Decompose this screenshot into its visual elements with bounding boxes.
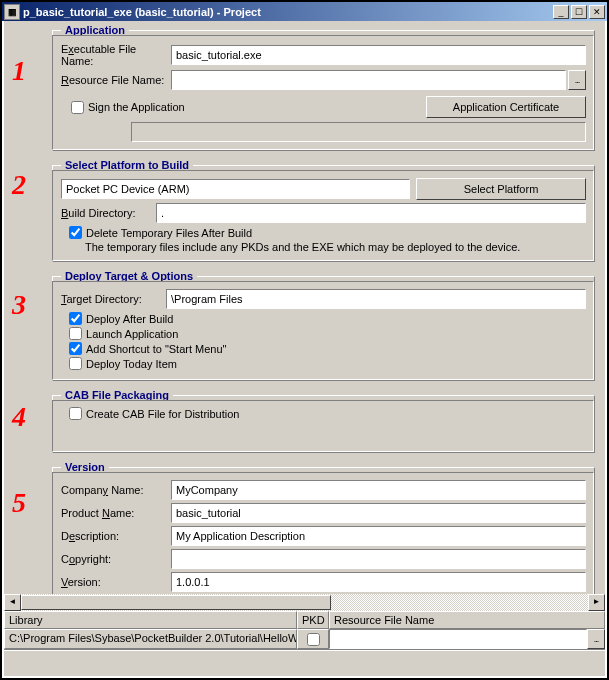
deploy-today-label: Deploy Today Item [86,358,177,370]
platform-input[interactable] [61,179,410,199]
scroll-right-arrow[interactable]: ► [588,594,605,611]
col-header-resource[interactable]: Resource File Name [329,611,605,629]
horizontal-scrollbar[interactable]: ◄ ► [4,594,605,611]
delete-temp-label: Delete Temporary Files After Build [86,227,252,239]
resource-name-label: Resource File Name: [61,74,171,86]
resource-name-input[interactable] [171,70,566,90]
close-button[interactable]: ✕ [589,5,605,19]
description-input[interactable] [171,526,586,546]
exe-name-label: Executable File Name: [61,43,171,67]
scroll-left-arrow[interactable]: ◄ [4,594,21,611]
deploy-after-build-checkbox[interactable] [69,312,82,325]
maximize-button[interactable]: ☐ [571,5,587,19]
company-name-label: Company Name: [61,484,171,496]
delete-temp-checkbox[interactable] [69,226,82,239]
pkd-checkbox[interactable] [307,633,320,646]
minimize-button[interactable]: _ [553,5,569,19]
application-legend: Application [61,24,129,36]
cell-pkd [297,629,329,649]
launch-app-checkbox[interactable] [69,327,82,340]
version-label: Version: [61,576,171,588]
cab-legend: CAB File Packaging [61,389,173,401]
add-shortcut-checkbox[interactable] [69,342,82,355]
annotation-4: 4 [12,401,26,433]
library-grid-row[interactable]: C:\Program Files\Sybase\PocketBuilder 2.… [4,629,605,649]
exe-name-input[interactable] [171,45,586,65]
resource-browse-button[interactable]: ... [568,70,586,90]
app-certificate-button[interactable]: Application Certificate [426,96,586,118]
col-header-library[interactable]: Library [4,611,297,629]
library-grid-header: Library PKD Resource File Name [4,611,605,629]
copyright-input[interactable] [171,549,586,569]
platform-group: Select Platform to Build Select Platform… [52,159,595,262]
certificate-display [131,122,586,142]
launch-app-label: Launch Application [86,328,178,340]
deploy-today-checkbox[interactable] [69,357,82,370]
version-legend: Version [61,461,109,473]
row-browse-button[interactable]: ... [587,629,605,649]
version-input[interactable] [171,572,586,592]
cell-resource[interactable] [329,629,587,649]
col-header-pkd[interactable]: PKD [297,611,329,629]
deploy-after-build-label: Deploy After Build [86,313,173,325]
deploy-group: Deploy Target & Options Target Directory… [52,270,595,381]
annotation-3: 3 [12,289,26,321]
build-dir-label: Build Directory: [61,207,156,219]
create-cab-label: Create CAB File for Distribution [86,408,239,420]
version-group: Version Company Name: Product Name: Desc… [52,461,595,594]
select-platform-button[interactable]: Select Platform [416,178,586,200]
product-name-label: Product Name: [61,507,171,519]
divider [4,649,605,651]
target-dir-label: Target Directory: [61,293,166,305]
company-name-input[interactable] [171,480,586,500]
platform-legend: Select Platform to Build [61,159,193,171]
scroll-thumb[interactable] [21,595,331,610]
app-icon: ▦ [4,4,20,20]
description-label: Description: [61,530,171,542]
annotation-5: 5 [12,487,26,519]
create-cab-checkbox[interactable] [69,407,82,420]
cell-library: C:\Program Files\Sybase\PocketBuilder 2.… [4,629,297,649]
target-dir-input[interactable] [166,289,586,309]
annotation-1: 1 [12,55,26,87]
sign-app-label: Sign the Application [88,101,185,113]
copyright-label: Copyright: [61,553,171,565]
annotation-2: 2 [12,169,26,201]
add-shortcut-label: Add Shortcut to "Start Menu" [86,343,227,355]
title-bar: ▦ p_basic_tutorial_exe (basic_tutorial) … [2,2,607,21]
sign-app-checkbox[interactable] [71,101,84,114]
application-group: Application Executable File Name: Resour… [52,24,595,151]
window-title: p_basic_tutorial_exe (basic_tutorial) - … [23,6,261,18]
delete-temp-help: The temporary files include any PKDs and… [85,241,586,253]
cab-group: CAB File Packaging Create CAB File for D… [52,389,595,453]
build-dir-input[interactable] [156,203,586,223]
deploy-legend: Deploy Target & Options [61,270,197,282]
product-name-input[interactable] [171,503,586,523]
